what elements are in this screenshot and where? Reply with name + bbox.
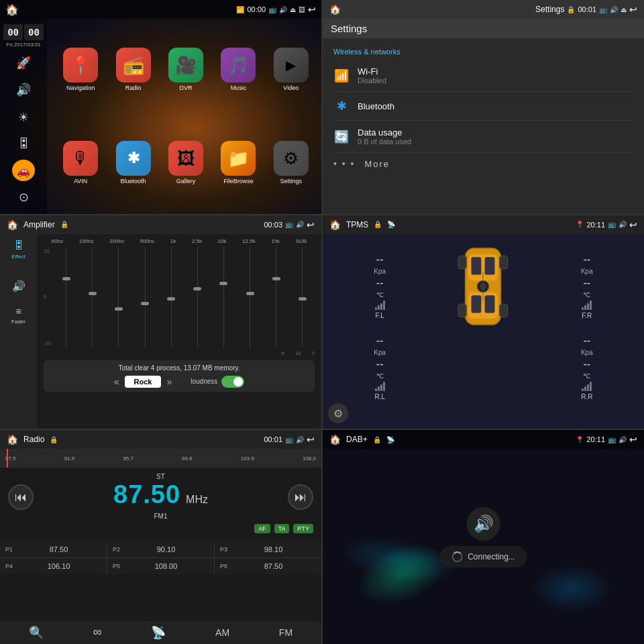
amp-back-icon[interactable]: ↩ [307, 219, 315, 230]
wifi-title: Wi-Fi [358, 66, 633, 76]
eq-bar-2[interactable] [80, 247, 105, 347]
dab-back-icon[interactable]: ↩ [629, 434, 637, 445]
eq-bar-7[interactable] [211, 247, 235, 347]
fr-label: F.R [582, 312, 592, 319]
preset-p6[interactable]: P6 87.50 [215, 558, 321, 574]
loudness-toggle[interactable] [221, 376, 244, 388]
eq-prev-button[interactable]: « [114, 376, 119, 387]
svg-rect-6 [485, 295, 495, 313]
radio-back-icon[interactable]: ↩ [307, 434, 315, 445]
app-navigation[interactable]: 📍 Navigation [57, 25, 104, 113]
app-filebrowse[interactable]: 📁 FileBrowse [215, 119, 262, 207]
eq-bar-8[interactable] [238, 247, 262, 347]
app-dvr[interactable]: 🎥 DVR [162, 25, 209, 113]
radio-af-flag[interactable]: AF [254, 524, 270, 533]
home-sidebar: 00 00 Fri,2017/03/31 🚀 🔊 ☀ 🎛 🚗 ⊙ [0, 19, 47, 214]
radio-presets: P1 87.50 P2 90.10 P3 98.10 P4 106.10 P5 … [0, 541, 321, 574]
app-video[interactable]: ▶ Video [268, 25, 315, 113]
eq-preset-label[interactable]: Rock [125, 376, 162, 388]
app-radio[interactable]: 📻 Radio [109, 25, 156, 113]
wifi-subtitle: Disabled [358, 76, 633, 85]
sidebar-rocket-icon[interactable]: 🚀 [11, 52, 36, 74]
eq-bar-5[interactable] [159, 247, 183, 347]
sidebar-volume-icon[interactable]: 🔊 [11, 78, 36, 101]
radio-ta-flag[interactable]: TA [274, 524, 290, 533]
radio-next-button[interactable]: ⏭ [288, 484, 313, 510]
dab-title: DAB+ [346, 435, 368, 444]
radio-link-icon[interactable]: ∞ [93, 625, 102, 639]
preset-p2[interactable]: P2 90.10 [107, 541, 214, 557]
eq-bar-9[interactable] [264, 247, 288, 347]
app-avin[interactable]: 🎙 AVIN [57, 119, 104, 207]
radio-freq-bar[interactable]: 87.5 91.6 95.7 99.8 103.9 108.0 [0, 449, 321, 468]
eq-bar-6[interactable] [185, 247, 209, 347]
app-bluetooth[interactable]: ✱ Bluetooth [109, 119, 156, 207]
tpms-gear-icon[interactable]: ⚙ [328, 403, 348, 423]
settings-eject-icon: ⏏ [621, 6, 627, 13]
dab-connecting-box: Connecting... [439, 546, 527, 568]
radio-fm-button[interactable]: FM [279, 627, 292, 638]
rl-kpa: -- [376, 335, 384, 347]
fader-button[interactable]: ≡ Fader [11, 306, 25, 325]
tpms-back-icon[interactable]: ↩ [629, 219, 637, 230]
eq-bar-10[interactable] [290, 247, 315, 347]
data-text: Data usage 0 B of data used [358, 127, 633, 146]
app-settings[interactable]: ⚙ Settings [268, 119, 315, 207]
eq-next-button[interactable]: » [166, 376, 172, 387]
sidebar-eq-icon[interactable]: 🎛 [11, 133, 36, 156]
rl-signal [375, 382, 385, 391]
tpms-settings-button[interactable]: ⚙ [328, 403, 348, 423]
effect-button[interactable]: 🎛 Effect [11, 239, 25, 260]
sidebar-car-icon[interactable]: 🚗 [12, 160, 35, 181]
settings-data-item[interactable]: 🔄 Data usage 0 B of data used [333, 121, 633, 153]
eq-bar-4[interactable] [133, 247, 157, 347]
app-gallery[interactable]: 🖼 Gallery [162, 119, 209, 207]
radio-st-badge: ST [156, 473, 165, 480]
settings-bluetooth-item[interactable]: ✱ Bluetooth [333, 92, 633, 121]
volume-button[interactable]: 🔊 [12, 280, 25, 292]
preset-p5-freq: 108.00 [123, 562, 209, 570]
radio-home-icon[interactable]: 🏠 [7, 434, 18, 445]
settings-back-icon[interactable]: ↩ [629, 4, 637, 15]
tpms-title: TPMS [346, 220, 368, 229]
freq-99: 99.8 [182, 455, 193, 462]
fl-kpa: -- [376, 254, 384, 266]
radio-prev-button[interactable]: ⏮ [8, 484, 34, 510]
eq-bar-1[interactable] [54, 247, 78, 347]
preset-p5-num: P5 [113, 563, 121, 570]
radio-time: 00:01 [264, 435, 282, 443]
preset-p1[interactable]: P1 87.50 [0, 541, 107, 557]
radio-am-button[interactable]: AM [215, 627, 229, 638]
tpms-home-icon[interactable]: 🏠 [329, 219, 341, 230]
radio-station-row: ⏮ ST 87.50 MHz FM1 ⏭ [8, 473, 313, 521]
settings-home-icon[interactable]: 🏠 [329, 4, 341, 15]
preset-p3[interactable]: P3 98.10 [215, 541, 321, 557]
radio-antenna-icon[interactable]: 📡 [151, 625, 166, 640]
svg-rect-4 [485, 257, 495, 274]
preset-p5[interactable]: P5 108.00 [107, 558, 214, 574]
settings-wifi-item[interactable]: 📶 Wi-Fi Disabled [333, 60, 633, 92]
radio-pty-flag[interactable]: PTY [293, 524, 313, 533]
back-icon[interactable]: ↩ [308, 4, 316, 15]
sidebar-brightness-icon[interactable]: ☀ [11, 106, 36, 129]
tpms-signal-icon: 📡 [387, 221, 395, 228]
home-icon[interactable]: 🏠 [5, 3, 19, 16]
preset-p4[interactable]: P4 106.10 [0, 558, 107, 574]
fr-kpa-unit: Kpa [581, 268, 593, 275]
sidebar-circle-icon[interactable]: ⊙ [11, 185, 36, 208]
radio-search-icon[interactable]: 🔍 [29, 625, 44, 640]
preset-p6-freq: 87.50 [231, 562, 316, 570]
amp-home-icon[interactable]: 🏠 [7, 219, 18, 230]
dab-home-icon[interactable]: 🏠 [329, 434, 341, 445]
dab-spinner [451, 551, 462, 562]
dab-screen-icon: 📺 [608, 436, 616, 443]
fr-signal [582, 301, 592, 310]
settings-page-title: Settings [331, 23, 367, 34]
app-music[interactable]: 🎵 Music [215, 25, 262, 113]
svg-rect-10 [500, 304, 508, 317]
more-section[interactable]: • • • More [333, 153, 633, 174]
settings-lock-icon: 🔒 [567, 6, 575, 13]
eq-label-6: 10k [218, 238, 227, 244]
main-grid: 🏠 📶 00:00 📺 🔊 ⏏ 🖼 ↩ 00 00 Fri,2017/03/31… [0, 0, 644, 644]
eq-bar-3[interactable] [107, 247, 131, 347]
